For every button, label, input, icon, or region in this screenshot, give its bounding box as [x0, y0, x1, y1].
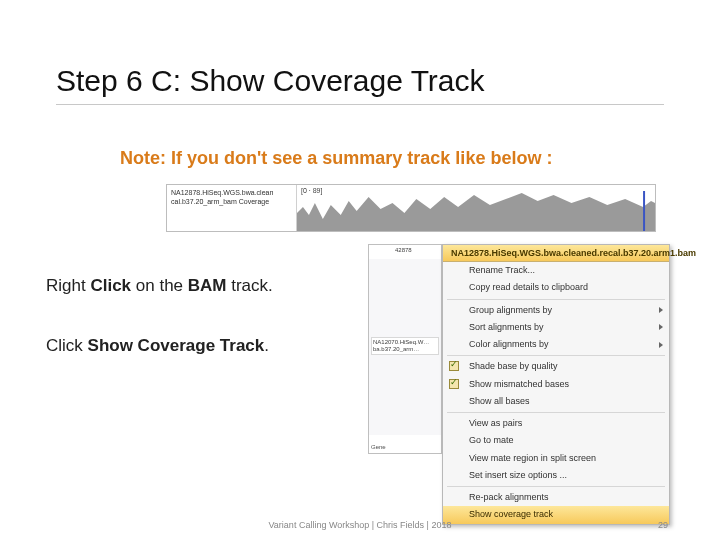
menu-item-copy-read-details[interactable]: Copy read details to clipboard [443, 279, 669, 296]
coverage-label-line1: NA12878.HiSeq.WGS.bwa.clean [171, 188, 292, 197]
igv-cluster: 42878 NA12070.HiSeq.W… ba.b37.20_arm… Ge… [368, 244, 672, 488]
page-number: 29 [658, 520, 668, 530]
instruction-right-click: Right Click on the BAM track. [46, 276, 273, 296]
menu-separator [447, 299, 665, 300]
igv-gene-label: Gene [371, 444, 386, 450]
svg-rect-0 [643, 191, 645, 231]
title-divider [56, 104, 664, 105]
instruction-show-coverage: Click Show Coverage Track. [46, 336, 269, 356]
menu-item-repack-alignments[interactable]: Re-pack alignments [443, 489, 669, 506]
context-menu-title: NA12878.HiSeq.WGS.bwa.cleaned.recal.b37.… [443, 245, 669, 262]
igv-track-area[interactable]: NA12070.HiSeq.W… ba.b37.20_arm… [369, 259, 441, 435]
slide: Step 6 C: Show Coverage Track Note: If y… [0, 0, 720, 540]
menu-item-go-to-mate[interactable]: Go to mate [443, 432, 669, 449]
menu-item-show-mismatched-bases[interactable]: Show mismatched bases [443, 376, 669, 393]
context-menu: NA12878.HiSeq.WGS.bwa.cleaned.recal.b37.… [442, 244, 670, 525]
menu-item-view-mate-split[interactable]: View mate region in split screen [443, 450, 669, 467]
slide-title: Step 6 C: Show Coverage Track [56, 64, 485, 98]
menu-item-sort-alignments[interactable]: Sort alignments by [443, 319, 669, 336]
igv-bam-track-label[interactable]: NA12070.HiSeq.W… ba.b37.20_arm… [371, 337, 439, 355]
coverage-label-line2: cal.b37.20_arm_bam Coverage [171, 197, 292, 206]
footer-text: Variant Calling Workshop | Chris Fields … [0, 520, 720, 530]
menu-item-shade-base-quality[interactable]: Shade base by quality [443, 358, 669, 375]
coverage-plot [297, 185, 655, 231]
igv-panel[interactable]: 42878 NA12070.HiSeq.W… ba.b37.20_arm… Ge… [368, 244, 442, 454]
menu-item-rename-track[interactable]: Rename Track... [443, 262, 669, 279]
menu-item-view-as-pairs[interactable]: View as pairs [443, 415, 669, 432]
igv-coord: 42878 [395, 247, 412, 253]
igv-ruler: 42878 [369, 245, 441, 260]
note-text: Note: If you don't see a summary track l… [120, 148, 552, 169]
menu-separator [447, 355, 665, 356]
coverage-strip: NA12878.HiSeq.WGS.bwa.clean cal.b37.20_a… [166, 184, 656, 232]
menu-item-color-alignments[interactable]: Color alignments by [443, 336, 669, 353]
menu-separator [447, 412, 665, 413]
menu-item-show-all-bases[interactable]: Show all bases [443, 393, 669, 410]
menu-item-set-insert-size[interactable]: Set insert size options ... [443, 467, 669, 484]
coverage-track-label: NA12878.HiSeq.WGS.bwa.clean cal.b37.20_a… [167, 185, 297, 231]
menu-item-group-alignments[interactable]: Group alignments by [443, 302, 669, 319]
menu-separator [447, 486, 665, 487]
